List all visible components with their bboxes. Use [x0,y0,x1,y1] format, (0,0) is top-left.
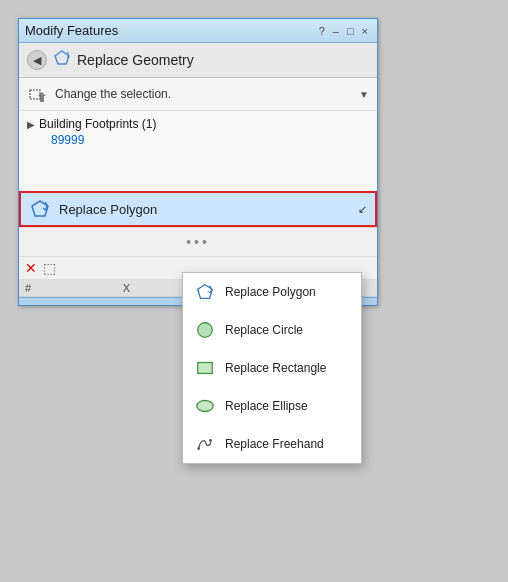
dropdown-item-replace-ellipse[interactable]: Replace Ellipse [183,387,361,425]
maximize-button[interactable]: □ [344,25,357,37]
help-button[interactable]: ? [316,25,328,37]
tree-section: ▶ Building Footprints (1) 89999 [19,111,377,191]
panel-header: ◀ Replace Geometry [19,43,377,78]
close-button[interactable]: × [359,25,371,37]
replace-freehand-menu-icon [193,432,217,456]
replace-polygon-dropdown-arrow[interactable]: ↙ [358,203,367,216]
back-button[interactable]: ◀ [27,50,47,70]
panel-title: Modify Features [25,23,118,38]
svg-marker-2 [38,92,46,102]
svg-point-7 [197,401,213,412]
svg-point-5 [198,323,213,338]
dropdown-popup: Replace Polygon Replace Circle Replace R… [182,272,362,464]
replace-circle-menu-icon [193,318,217,342]
col-hash: # [25,282,45,294]
replace-polygon-menu-label: Replace Polygon [225,285,316,299]
svg-point-9 [197,447,200,450]
replace-ellipse-menu-icon [193,394,217,418]
panel-titlebar: Modify Features ? – □ × [19,19,377,43]
svg-rect-1 [30,90,40,99]
replace-ellipse-menu-label: Replace Ellipse [225,399,308,413]
selection-bar[interactable]: Change the selection. ▼ [19,78,377,111]
tree-group-label: Building Footprints (1) [39,117,156,131]
svg-rect-6 [198,363,213,374]
replace-geometry-icon [53,49,71,71]
replace-polygon-icon [29,198,51,220]
dropdown-item-replace-circle[interactable]: Replace Circle [183,311,361,349]
svg-point-8 [209,439,212,442]
tree-child-item[interactable]: 89999 [27,133,369,147]
tree-group: ▶ Building Footprints (1) [27,115,369,133]
delete-button[interactable]: ✕ [25,260,37,276]
replace-rectangle-menu-label: Replace Rectangle [225,361,326,375]
replace-circle-menu-label: Replace Circle [225,323,303,337]
replace-freehand-menu-label: Replace Freehand [225,437,324,451]
add-button[interactable]: ⬚ [43,260,56,276]
modify-features-panel: Modify Features ? – □ × ◀ Replace Geomet… [18,18,378,306]
replace-rectangle-menu-icon [193,356,217,380]
replace-polygon-menu-icon [193,280,217,304]
tree-expand-icon[interactable]: ▶ [27,119,35,130]
replace-polygon-bar[interactable]: Replace Polygon ↙ [19,191,377,227]
dots-separator: ••• [19,227,377,257]
dropdown-item-replace-rectangle[interactable]: Replace Rectangle [183,349,361,387]
dots-text: ••• [186,234,210,250]
replace-polygon-label: Replace Polygon [59,202,350,217]
minimize-button[interactable]: – [330,25,342,37]
selection-label: Change the selection. [55,87,353,101]
panel-header-title: Replace Geometry [77,52,194,68]
dropdown-item-replace-freehand[interactable]: Replace Freehand [183,425,361,463]
titlebar-controls: ? – □ × [316,25,371,37]
selection-icon [27,83,49,105]
selection-dropdown-arrow[interactable]: ▼ [359,89,369,100]
dropdown-item-replace-polygon[interactable]: Replace Polygon [183,273,361,311]
